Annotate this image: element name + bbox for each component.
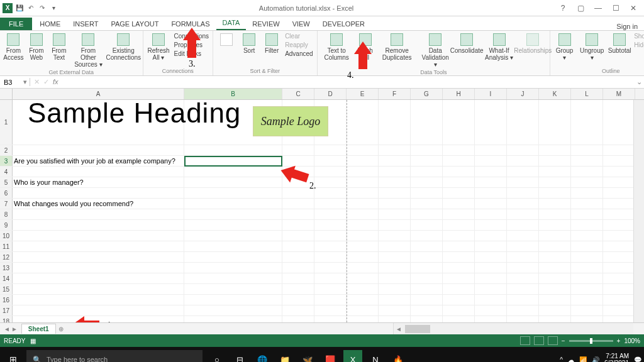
macro-record-icon[interactable]: ▦ xyxy=(30,337,36,344)
sign-in-link[interactable]: Sign in xyxy=(616,23,638,30)
app-icon-2[interactable]: 🟥 xyxy=(321,350,340,362)
col-header-f[interactable]: F xyxy=(379,89,411,99)
close-icon[interactable]: ✕ xyxy=(625,4,641,13)
paint-icon[interactable]: 🔥 xyxy=(389,350,408,362)
taskbar-search[interactable]: 🔍 Type here to search xyxy=(26,350,203,362)
row-header[interactable]: 1 xyxy=(0,100,13,145)
sort-button[interactable]: Sort xyxy=(238,32,260,55)
tab-home[interactable]: HOME xyxy=(33,18,67,30)
col-header-c[interactable]: C xyxy=(282,89,314,99)
from-web-button[interactable]: From Web xyxy=(26,32,47,62)
vertical-scrollbar[interactable] xyxy=(633,100,644,322)
from-text-button[interactable]: From Text xyxy=(48,32,70,62)
clear-button[interactable]: Clear xyxy=(284,32,314,41)
notifications-icon[interactable]: 💬 xyxy=(634,356,641,363)
fx-icon[interactable]: fx xyxy=(53,78,58,86)
ungroup-button[interactable]: Ungroup ▾ xyxy=(577,32,606,62)
start-button[interactable]: ⊞ xyxy=(0,354,26,362)
zoom-slider[interactable] xyxy=(569,340,613,342)
data-validation-button[interactable]: Data Validation ▾ xyxy=(418,32,453,69)
system-clock[interactable]: 7:21 AM 6/3/2021 xyxy=(604,353,629,362)
existing-connections-button[interactable]: Existing Connections xyxy=(107,32,140,62)
group-label: Data Tools xyxy=(320,69,547,77)
cortana-icon[interactable]: ○ xyxy=(208,350,226,362)
filter-button[interactable]: Filter xyxy=(261,32,282,55)
cell-a5[interactable]: Who is your manager? xyxy=(13,177,184,187)
chrome-icon[interactable]: 🌐 xyxy=(253,350,272,362)
tab-page-layout[interactable]: PAGE LAYOUT xyxy=(104,18,165,30)
ribbon-options-icon[interactable]: ▢ xyxy=(572,4,589,13)
col-header-k[interactable]: K xyxy=(539,89,571,99)
enter-icon[interactable]: ✓ xyxy=(43,78,49,86)
tray-cloud-icon[interactable]: ☁ xyxy=(568,356,574,363)
cell-b3[interactable] xyxy=(184,156,282,166)
from-other-sources-button[interactable]: From Other Sources ▾ xyxy=(71,32,106,69)
tab-file[interactable]: FILE xyxy=(0,18,32,30)
cell-a7[interactable]: What changes would you recommend? xyxy=(13,199,184,209)
excel-taskbar-icon[interactable]: X xyxy=(343,350,362,362)
select-all-corner[interactable] xyxy=(0,89,13,99)
app-icon[interactable]: 🦋 xyxy=(298,350,317,362)
next-sheet-icon[interactable]: ► xyxy=(11,326,18,332)
remove-duplicates-button[interactable]: Remove Duplicates xyxy=(377,32,417,62)
excel-app-icon[interactable]: X xyxy=(3,3,13,13)
zoom-in-icon[interactable]: + xyxy=(617,337,621,344)
advanced-button[interactable]: Advanced xyxy=(284,50,314,58)
tab-data[interactable]: DATA xyxy=(216,16,247,30)
prev-sheet-icon[interactable]: ◄ xyxy=(4,326,10,332)
view-page-break-icon[interactable] xyxy=(548,336,558,345)
cancel-icon[interactable]: ✕ xyxy=(34,78,40,86)
name-box[interactable]: B3▾ xyxy=(0,78,30,86)
tab-developer[interactable]: DEVELOPER xyxy=(316,18,371,30)
tab-review[interactable]: REVIEW xyxy=(246,18,286,30)
horizontal-scrollbar[interactable]: ◄ xyxy=(393,323,633,334)
subtotal-button[interactable]: Subtotal xyxy=(608,32,631,55)
help-icon[interactable]: ? xyxy=(555,4,571,13)
col-header-h[interactable]: H xyxy=(443,89,475,99)
col-header-m[interactable]: M xyxy=(603,89,635,99)
view-page-layout-icon[interactable] xyxy=(534,336,544,345)
col-header-g[interactable]: G xyxy=(411,89,443,99)
col-header-e[interactable]: E xyxy=(347,89,379,99)
tab-view[interactable]: VIEW xyxy=(286,18,316,30)
tray-network-icon[interactable]: 📶 xyxy=(579,356,587,363)
tab-insert[interactable]: INSERT xyxy=(67,18,104,30)
group-button[interactable]: Group ▾ xyxy=(553,32,576,62)
tray-volume-icon[interactable]: 🔊 xyxy=(592,356,599,363)
refresh-all-button[interactable]: Refresh All ▾ xyxy=(146,32,172,62)
col-header-j[interactable]: J xyxy=(507,89,539,99)
from-access-button[interactable]: From Access xyxy=(3,32,25,62)
view-normal-icon[interactable] xyxy=(520,336,530,345)
hide-detail-button[interactable]: Hide Detail xyxy=(633,41,644,50)
tray-chevron-icon[interactable]: ^ xyxy=(560,356,563,363)
col-header-l[interactable]: L xyxy=(571,89,603,99)
save-icon[interactable]: 💾 xyxy=(15,4,24,13)
expand-formula-bar-icon[interactable]: ⌄ xyxy=(634,78,644,86)
zoom-out-icon[interactable]: − xyxy=(562,337,565,344)
show-detail-button[interactable]: Show Detail xyxy=(633,32,644,41)
sort-az-button[interactable] xyxy=(216,32,237,48)
row-7: 7What changes would you recommend? xyxy=(0,199,644,209)
spreadsheet-grid[interactable]: A B C D E F G H I J K L M 1 Sample Headi… xyxy=(0,89,644,322)
minimize-icon[interactable]: — xyxy=(590,4,606,13)
file-explorer-icon[interactable]: 📁 xyxy=(275,350,294,362)
reapply-button[interactable]: Reapply xyxy=(284,41,314,50)
cell-a3[interactable]: Are you satisfied with your job at examp… xyxy=(13,156,184,166)
col-header-i[interactable]: I xyxy=(475,89,507,99)
what-if-button[interactable]: What-If Analysis ▾ xyxy=(480,32,517,62)
maximize-icon[interactable]: ☐ xyxy=(608,4,624,13)
group-get-external-data: From Access From Web From Text From Othe… xyxy=(0,31,143,75)
zoom-level[interactable]: 100% xyxy=(624,337,640,344)
col-header-d[interactable]: D xyxy=(314,89,347,99)
task-view-icon[interactable]: ⊟ xyxy=(230,350,249,362)
consolidate-button[interactable]: Consolidate xyxy=(454,32,480,55)
notion-icon[interactable]: N xyxy=(366,350,385,362)
qat-customize-icon[interactable]: ▾ xyxy=(49,4,58,13)
undo-icon[interactable]: ↶ xyxy=(26,4,35,13)
ribbon: From Access From Web From Text From Othe… xyxy=(0,31,644,76)
add-sheet-icon[interactable]: ⊕ xyxy=(58,326,64,332)
group-sort-filter: Sort Filter Clear Reapply Advanced Sort … xyxy=(213,31,317,75)
redo-icon[interactable]: ↷ xyxy=(38,4,47,13)
text-to-columns-button[interactable]: Text to Columns xyxy=(320,32,353,62)
sheet-tab-sheet1[interactable]: Sheet1 xyxy=(21,324,56,334)
